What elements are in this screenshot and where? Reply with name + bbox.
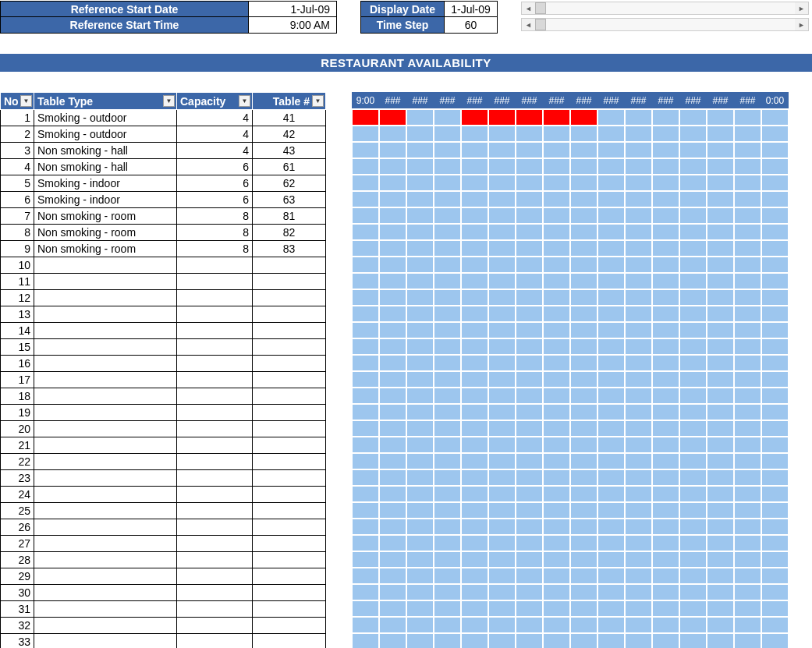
availability-cell[interactable] xyxy=(734,453,761,469)
table-row[interactable]: 18 xyxy=(1,388,326,405)
availability-cell[interactable] xyxy=(734,175,761,191)
availability-cell[interactable] xyxy=(406,207,434,224)
availability-cell[interactable] xyxy=(352,126,379,142)
cell-capacity[interactable] xyxy=(177,306,253,323)
cell-table-num[interactable]: 82 xyxy=(253,225,326,241)
availability-cell[interactable] xyxy=(761,306,789,322)
availability-cell[interactable] xyxy=(543,158,570,175)
availability-cell[interactable] xyxy=(761,519,789,535)
cell-capacity[interactable] xyxy=(177,257,253,274)
availability-cell[interactable] xyxy=(379,158,406,175)
availability-cell[interactable] xyxy=(625,420,652,437)
availability-cell[interactable] xyxy=(734,273,761,289)
availability-cell[interactable] xyxy=(652,371,679,388)
availability-cell[interactable] xyxy=(707,502,734,519)
availability-cell[interactable] xyxy=(516,486,543,502)
availability-cell[interactable] xyxy=(761,257,789,273)
availability-cell[interactable] xyxy=(652,437,679,453)
availability-cell[interactable] xyxy=(570,600,597,617)
availability-cell[interactable] xyxy=(570,158,597,175)
availability-cell[interactable] xyxy=(379,371,406,388)
availability-cell[interactable] xyxy=(597,191,625,207)
availability-cell[interactable] xyxy=(625,158,652,175)
availability-cell[interactable] xyxy=(379,404,406,420)
availability-cell[interactable] xyxy=(707,404,734,420)
availability-cell[interactable] xyxy=(679,535,707,551)
availability-cell[interactable] xyxy=(761,633,789,648)
availability-cell[interactable] xyxy=(679,257,707,273)
availability-cell[interactable] xyxy=(434,388,461,404)
availability-cell[interactable] xyxy=(761,469,789,486)
filter-dropdown-icon[interactable]: ▼ xyxy=(239,95,250,107)
availability-cell[interactable] xyxy=(707,289,734,306)
availability-cell[interactable] xyxy=(679,519,707,535)
availability-cell[interactable] xyxy=(679,175,707,191)
availability-cell[interactable] xyxy=(543,322,570,338)
availability-cell[interactable] xyxy=(434,142,461,158)
cell-capacity[interactable] xyxy=(177,618,253,634)
availability-cell[interactable] xyxy=(406,142,434,158)
availability-cell[interactable] xyxy=(570,502,597,519)
availability-cell[interactable] xyxy=(352,437,379,453)
availability-cell[interactable] xyxy=(652,633,679,648)
availability-cell[interactable] xyxy=(488,551,516,568)
cell-table-type[interactable] xyxy=(34,323,177,339)
availability-cell[interactable] xyxy=(488,109,516,126)
table-row[interactable]: 15 xyxy=(1,339,326,356)
availability-cell[interactable] xyxy=(379,207,406,224)
availability-cell[interactable] xyxy=(679,322,707,338)
cell-no[interactable]: 19 xyxy=(1,405,34,421)
cell-capacity[interactable]: 4 xyxy=(177,126,253,143)
availability-cell[interactable] xyxy=(461,617,488,633)
availability-cell[interactable] xyxy=(597,633,625,648)
availability-cell[interactable] xyxy=(379,257,406,273)
availability-cell[interactable] xyxy=(516,551,543,568)
cell-capacity[interactable] xyxy=(177,552,253,568)
availability-cell[interactable] xyxy=(379,551,406,568)
availability-cell[interactable] xyxy=(707,535,734,551)
availability-cell[interactable] xyxy=(543,486,570,502)
availability-cell[interactable] xyxy=(625,437,652,453)
cell-table-type[interactable] xyxy=(34,536,177,552)
availability-cell[interactable] xyxy=(461,568,488,584)
availability-cell[interactable] xyxy=(570,126,597,142)
availability-cell[interactable] xyxy=(761,126,789,142)
availability-cell[interactable] xyxy=(734,355,761,371)
availability-cell[interactable] xyxy=(516,568,543,584)
cell-capacity[interactable] xyxy=(177,536,253,552)
availability-cell[interactable] xyxy=(352,175,379,191)
availability-cell[interactable] xyxy=(707,469,734,486)
availability-cell[interactable] xyxy=(570,469,597,486)
availability-cell[interactable] xyxy=(707,306,734,322)
availability-cell[interactable] xyxy=(652,502,679,519)
table-row[interactable]: 8Non smoking - room882 xyxy=(1,225,326,241)
cell-no[interactable]: 21 xyxy=(1,437,34,454)
availability-cell[interactable] xyxy=(707,158,734,175)
availability-cell[interactable] xyxy=(352,306,379,322)
availability-cell[interactable] xyxy=(406,257,434,273)
availability-cell[interactable] xyxy=(734,322,761,338)
availability-cell[interactable] xyxy=(352,502,379,519)
cell-table-num[interactable] xyxy=(253,372,326,388)
cell-table-num[interactable] xyxy=(253,437,326,454)
availability-cell[interactable] xyxy=(352,289,379,306)
availability-cell[interactable] xyxy=(461,371,488,388)
availability-cell[interactable] xyxy=(707,584,734,600)
availability-cell[interactable] xyxy=(707,175,734,191)
availability-cell[interactable] xyxy=(543,306,570,322)
cell-table-num[interactable] xyxy=(253,356,326,372)
availability-cell[interactable] xyxy=(707,568,734,584)
availability-cell[interactable] xyxy=(570,551,597,568)
availability-cell[interactable] xyxy=(352,633,379,648)
availability-cell[interactable] xyxy=(352,453,379,469)
availability-cell[interactable] xyxy=(516,633,543,648)
availability-cell[interactable] xyxy=(570,142,597,158)
table-row[interactable]: 31 xyxy=(1,601,326,618)
availability-cell[interactable] xyxy=(761,207,789,224)
cell-no[interactable]: 5 xyxy=(1,175,34,192)
availability-cell[interactable] xyxy=(461,126,488,142)
availability-cell[interactable] xyxy=(488,158,516,175)
availability-cell[interactable] xyxy=(734,437,761,453)
availability-cell[interactable] xyxy=(406,355,434,371)
availability-cell[interactable] xyxy=(461,322,488,338)
